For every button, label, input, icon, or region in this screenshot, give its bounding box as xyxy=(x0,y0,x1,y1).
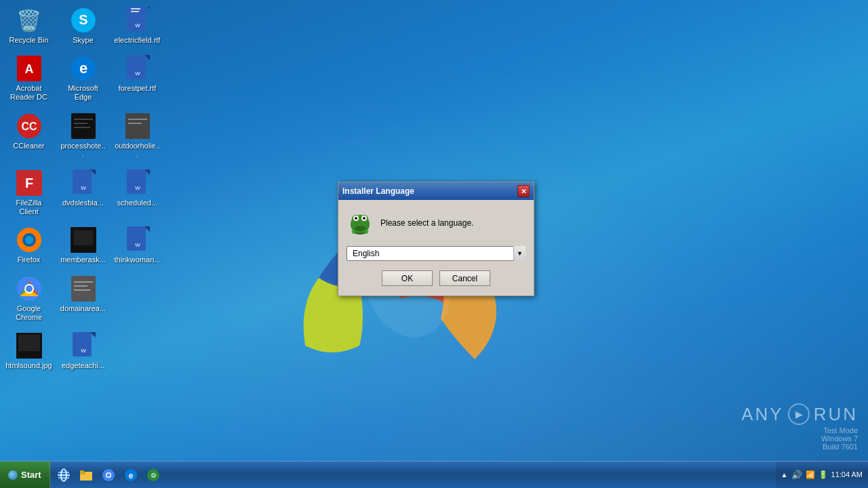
memberask-label: memberask... xyxy=(60,256,106,264)
edge-label: Microsoft Edge xyxy=(60,84,106,102)
dialog-close-button[interactable]: ✕ xyxy=(517,185,530,197)
svg-text:W: W xyxy=(135,242,140,248)
svg-point-72 xyxy=(106,473,110,476)
icon-skype[interactable]: S Skype xyxy=(58,3,108,48)
volume-icon: 📶 xyxy=(806,470,815,479)
taskbar-misc-icon[interactable]: ⚙ xyxy=(143,465,163,485)
recycle-bin-label: Recycle Bin xyxy=(9,36,48,45)
start-button[interactable]: Start xyxy=(0,462,50,488)
icon-row-0: 🗑️ Recycle Bin S Skype xyxy=(3,3,163,48)
icon-dvdslesbia[interactable]: W dvdslesbia... xyxy=(58,166,108,220)
svg-rect-18 xyxy=(74,119,93,120)
electricfield-icon: W xyxy=(124,7,151,34)
svg-rect-36 xyxy=(74,230,93,245)
skype-icon: S xyxy=(70,7,97,34)
icon-firefox[interactable]: Firefox xyxy=(3,223,54,268)
icon-memberask[interactable]: memberask... xyxy=(58,223,108,268)
icon-domainarea[interactable]: domainarea... xyxy=(58,272,108,325)
cancel-button[interactable]: Cancel xyxy=(439,270,490,286)
filezilla-label: FileZilla Client xyxy=(5,199,52,216)
svg-rect-43 xyxy=(71,276,96,302)
svg-rect-45 xyxy=(74,285,87,287)
icon-filezilla[interactable]: F FileZilla Client xyxy=(3,166,54,220)
firefox-label: Firefox xyxy=(18,256,41,264)
anyrun-run-text: RUN xyxy=(814,404,858,425)
processhote-icon xyxy=(70,113,97,140)
acrobat-icon: A xyxy=(16,55,43,82)
svg-text:F: F xyxy=(24,176,33,190)
clock-time: 11:04 AM xyxy=(831,470,863,480)
edge-icon: e xyxy=(70,55,97,82)
language-select[interactable]: English French German Spanish xyxy=(347,246,526,261)
icon-recycle-bin[interactable]: 🗑️ Recycle Bin xyxy=(3,3,54,48)
test-mode-text: Test Mode xyxy=(821,426,858,434)
icon-outdoorholie[interactable]: outdoorholie... xyxy=(112,109,163,163)
dialog-message: Please select a language. xyxy=(380,218,473,228)
icon-thinkwoman[interactable]: W thinkwoman... xyxy=(112,223,163,268)
taskbar: Start xyxy=(0,461,868,488)
memberask-icon xyxy=(70,226,97,253)
icon-acrobat[interactable]: A Acrobat Reader DC xyxy=(3,52,54,105)
forestpet-icon: W xyxy=(124,55,151,82)
dialog-title: Installer Language xyxy=(342,186,414,196)
svg-text:e: e xyxy=(128,471,133,481)
icon-row-3: F FileZilla Client W dvdslesbia... xyxy=(3,166,163,220)
icon-chrome[interactable]: Google Chrome xyxy=(3,272,54,325)
taskbar-explorer-icon[interactable] xyxy=(76,465,96,485)
icon-htmlsound[interactable]: htmlsound.jpg xyxy=(3,329,54,373)
icon-edge[interactable]: e Microsoft Edge xyxy=(58,52,108,105)
ccleaner-icon: CC xyxy=(16,113,43,140)
scheduled-label: scheduled... xyxy=(117,199,157,207)
svg-rect-46 xyxy=(74,289,90,291)
icon-row-4: Firefox memberask... W xyxy=(3,223,163,268)
icon-row-5: Google Chrome domainarea... xyxy=(3,272,163,325)
svg-rect-48 xyxy=(18,335,40,351)
svg-text:A: A xyxy=(24,62,33,76)
icon-row-2: CC CCleaner processhote... xyxy=(3,109,163,163)
taskbar-chrome-icon[interactable] xyxy=(98,465,119,485)
tray-arrow[interactable]: ▲ xyxy=(781,471,788,479)
dialog-titlebar: Installer Language ✕ xyxy=(338,182,534,200)
svg-text:S: S xyxy=(79,12,87,27)
filezilla-icon: F xyxy=(16,169,43,197)
outdoorholie-label: outdoorholie... xyxy=(114,142,161,159)
system-tray-icons: ▲ 🔊 📶 🔋 xyxy=(781,470,828,480)
svg-text:CC: CC xyxy=(21,121,37,132)
dialog-select-row[interactable]: English French German Spanish ▼ xyxy=(347,246,526,261)
svg-rect-22 xyxy=(128,119,147,120)
recycle-bin-icon: 🗑️ xyxy=(16,7,43,34)
svg-text:W: W xyxy=(81,348,86,354)
svg-rect-21 xyxy=(125,113,150,139)
svg-text:W: W xyxy=(135,185,140,191)
icon-scheduled[interactable]: W scheduled... xyxy=(112,166,163,220)
installer-language-dialog: Installer Language ✕ xyxy=(338,182,534,296)
icon-electricfield[interactable]: W electricfield.rtf xyxy=(112,3,163,48)
forestpet-label: forestpet.rtf xyxy=(119,84,157,93)
domainarea-label: domainarea... xyxy=(60,304,106,313)
system-clock[interactable]: 11:04 AM xyxy=(831,470,863,480)
icon-row-6: htmlsound.jpg W edgeteachi... xyxy=(3,329,163,373)
svg-point-61 xyxy=(366,231,368,234)
svg-text:⚙: ⚙ xyxy=(150,472,156,479)
svg-point-59 xyxy=(355,226,366,231)
chrome-icon xyxy=(16,275,43,302)
svg-rect-23 xyxy=(128,123,142,124)
svg-rect-20 xyxy=(74,127,90,128)
icon-ccleaner[interactable]: CC CCleaner xyxy=(3,109,54,163)
svg-text:W: W xyxy=(135,70,140,77)
icon-forestpet[interactable]: W forestpet.rtf xyxy=(112,52,163,105)
firefox-icon xyxy=(16,226,43,253)
anyrun-play-icon: ▶ xyxy=(788,403,810,425)
language-select-wrapper[interactable]: English French German Spanish ▼ xyxy=(347,246,526,261)
edgeteachi-label: edgeteachi... xyxy=(62,361,104,370)
svg-point-60 xyxy=(352,231,355,234)
os-text: Windows 7 xyxy=(821,434,858,443)
taskbar-ie-icon[interactable] xyxy=(54,465,74,485)
icon-processhote[interactable]: processhote... xyxy=(58,109,108,163)
ok-button[interactable]: OK xyxy=(382,270,433,286)
icon-edgeteachi[interactable]: W edgeteachi... xyxy=(58,329,108,373)
svg-rect-44 xyxy=(74,281,93,283)
svg-rect-4 xyxy=(131,8,140,9)
taskbar-edge-icon[interactable]: e xyxy=(121,465,141,485)
edgeteachi-icon: W xyxy=(70,332,97,359)
